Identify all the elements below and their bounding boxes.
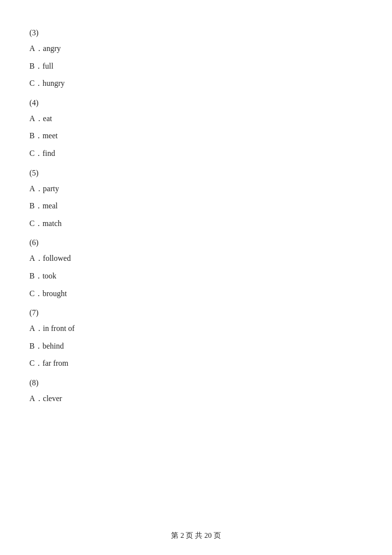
option-q4-2: C．find (29, 147, 363, 160)
question-number-q5: (5) (29, 169, 363, 177)
footer-text: 第 2 页 共 20 页 (171, 531, 220, 539)
option-q4-1: B．meet (29, 129, 363, 142)
option-q5-2: C．match (29, 217, 363, 230)
option-q3-2: C．hungry (29, 77, 363, 90)
question-number-q4: (4) (29, 99, 363, 107)
option-q5-0: A．party (29, 182, 363, 195)
question-number-q6: (6) (29, 238, 363, 247)
option-q7-1: B．behind (29, 340, 363, 353)
page-content: (3)A．angryB．fullC．hungry(4)A．eatB．meetC．… (0, 0, 392, 439)
option-q3-1: B．full (29, 60, 363, 73)
page-footer: 第 2 页 共 20 页 (0, 531, 392, 540)
option-q5-1: B．meal (29, 200, 363, 212)
option-q3-0: A．angry (29, 42, 363, 55)
question-number-q7: (7) (29, 308, 363, 317)
option-q7-0: A．in front of (29, 322, 363, 335)
option-q6-0: A．followed (29, 252, 363, 265)
question-number-q8: (8) (29, 378, 363, 387)
option-q4-0: A．eat (29, 112, 363, 125)
option-q6-2: C．brought (29, 287, 363, 300)
option-q6-1: B．took (29, 270, 363, 282)
option-q7-2: C．far from (29, 357, 363, 370)
question-number-q3: (3) (29, 28, 363, 37)
option-q8-0: A．clever (29, 392, 363, 405)
